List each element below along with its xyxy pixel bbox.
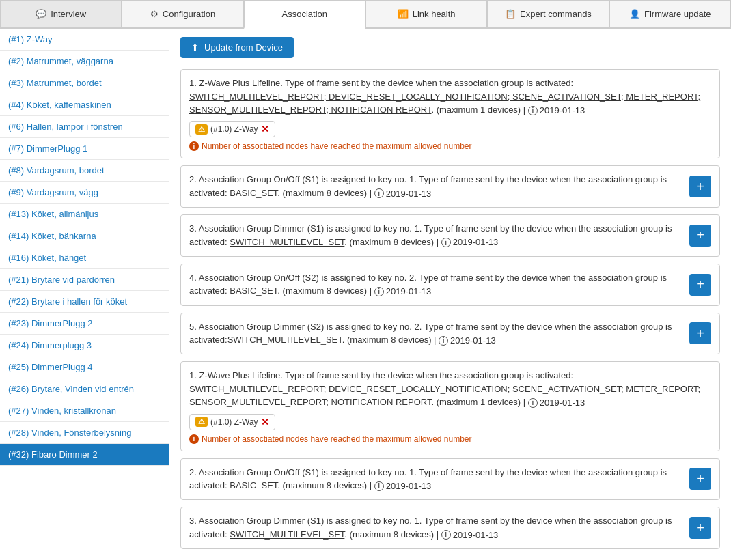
sidebar-item-28[interactable]: (#28) Vinden, Fönsterbelysning [0, 422, 169, 444]
tab-association[interactable]: Association [244, 0, 366, 29]
assoc-group-s2-1-header: 1. Z-Wave Plus Lifeline. Type of frame s… [189, 369, 711, 409]
warning-badge: ⚠ [195, 124, 208, 135]
info-icon-3: i [441, 238, 451, 247]
sidebar-item-14[interactable]: (#14) Köket, bänkarna [0, 225, 169, 247]
warning-circle-icon-s2: i [189, 434, 199, 444]
tab-bar: 💬 Interview ⚙ Configuration Association … [0, 0, 731, 29]
assoc-group-s2-2-header: 2. Association Group On/Off (S1) is assi… [189, 466, 711, 493]
assoc-group-4-header: 4. Association Group On/Off (S2) is assi… [189, 271, 711, 298]
assoc-group-s2-2: 2. Association Group On/Off (S1) is assi… [180, 458, 720, 501]
assoc-group-3-text: 3. Association Group Dimmer (S1) is assi… [189, 222, 681, 249]
node-tag-container: ⚠ (#1.0) Z-Way ✕ [189, 117, 711, 137]
link-health-icon: 📶 [398, 9, 409, 19]
node-label-s2: (#1.0) Z-Way [210, 417, 258, 427]
info-icon-2: i [374, 188, 384, 198]
assoc-group-3-header: 3. Association Group Dimmer (S1) is assi… [189, 222, 711, 249]
upload-icon: ⬆ [191, 42, 199, 53]
sidebar-item-6[interactable]: (#6) Hallen, lampor i fönstren [0, 116, 169, 138]
info-icon-4: i [374, 287, 384, 296]
sidebar-item-9[interactable]: (#9) Vardagsrum, vägg [0, 182, 169, 204]
tab-configuration[interactable]: ⚙ Configuration [122, 0, 243, 27]
sidebar-item-22[interactable]: (#22) Brytare i hallen för köket [0, 291, 169, 313]
info-icon-s2-3: i [441, 530, 451, 540]
assoc-group-2: 2. Association Group On/Off (S1) is assi… [180, 165, 720, 208]
assoc-group-2-header: 2. Association Group On/Off (S1) is assi… [189, 173, 711, 200]
assoc-group-s2-3-text: 3. Association Group Dimmer (S1) is assi… [189, 514, 681, 542]
sidebar-item-25[interactable]: (#25) DimmerPlugg 4 [0, 356, 169, 378]
content-area: ⬆ Update from Device 1. Z-Wave Plus Life… [169, 29, 731, 555]
add-node-group-2-button[interactable]: + [689, 176, 711, 197]
node-label: (#1.0) Z-Way [210, 124, 258, 134]
warning-badge-s2: ⚠ [195, 417, 208, 427]
sidebar-item-23[interactable]: (#23) DimmerPlugg 2 [0, 313, 169, 335]
add-node-group-3-button[interactable]: + [689, 225, 711, 247]
assoc-group-s2-1-text: 1. Z-Wave Plus Lifeline. Type of frame s… [189, 369, 711, 409]
sidebar-item-1[interactable]: (#1) Z-Way [0, 29, 169, 51]
expert-commands-icon: 📋 [505, 9, 516, 19]
main-layout: (#1) Z-Way (#2) Matrummet, väggarna (#3)… [0, 29, 731, 555]
add-node-s2-group-2-button[interactable]: + [689, 468, 711, 490]
assoc-group-3: 3. Association Group Dimmer (S1) is assi… [180, 214, 720, 257]
sidebar-item-26[interactable]: (#26) Brytare, Vinden vid entrén [0, 378, 169, 400]
firmware-icon: 👤 [629, 9, 640, 19]
sidebar-item-24[interactable]: (#24) Dimmerplugg 3 [0, 335, 169, 356]
assoc-group-5-text: 5. Association Group Dimmer (S2) is assi… [189, 320, 681, 348]
sidebar-item-8[interactable]: (#8) Vardagsrum, bordet [0, 160, 169, 182]
assoc-group-1-header: 1. Z-Wave Plus Lifeline. Type of frame s… [189, 76, 711, 117]
add-node-group-4-button[interactable]: + [689, 274, 711, 296]
tab-expert-commands[interactable]: 📋 Expert commands [487, 0, 609, 27]
assoc-group-s2-2-text: 2. Association Group On/Off (S1) is assi… [189, 466, 681, 493]
assoc-group-2-text: 2. Association Group On/Off (S1) is assi… [189, 173, 681, 200]
assoc-group-5: 5. Association Group Dimmer (S2) is assi… [180, 313, 720, 355]
sidebar-item-2[interactable]: (#2) Matrummet, väggarna [0, 51, 169, 72]
sidebar-item-3[interactable]: (#3) Matrummet, bordet [0, 72, 169, 94]
max-nodes-warning-s2: i Number of assoctiated nodes have reach… [189, 434, 711, 444]
device-sidebar: (#1) Z-Way (#2) Matrummet, väggarna (#3)… [0, 29, 169, 555]
assoc-group-5-header: 5. Association Group Dimmer (S2) is assi… [189, 320, 711, 348]
app-container: 💬 Interview ⚙ Configuration Association … [0, 0, 731, 555]
assoc-group-4-text: 4. Association Group On/Off (S2) is assi… [189, 271, 681, 298]
update-from-device-button[interactable]: ⬆ Update from Device [180, 37, 294, 58]
sidebar-item-27[interactable]: (#27) Vinden, kristallkronan [0, 400, 169, 422]
info-icon-s2-1: i [528, 398, 538, 408]
assoc-group-1-text: 1. Z-Wave Plus Lifeline. Type of frame s… [189, 76, 711, 117]
assoc-group-s2-1: 1. Z-Wave Plus Lifeline. Type of frame s… [180, 361, 720, 451]
add-node-s2-group-3-button[interactable]: + [689, 517, 711, 539]
info-icon-5: i [439, 336, 448, 346]
interview-icon: 💬 [36, 9, 46, 19]
max-nodes-warning: i Number of assoctiated nodes have reach… [189, 141, 711, 151]
remove-node-s2-button[interactable]: ✕ [261, 417, 269, 428]
node-tag-1: ⚠ (#1.0) Z-Way ✕ [189, 121, 275, 137]
warning-circle-icon: i [189, 141, 199, 151]
assoc-group-4: 4. Association Group On/Off (S2) is assi… [180, 264, 720, 306]
sidebar-item-7[interactable]: (#7) DimmerPlugg 1 [0, 138, 169, 160]
sidebar-item-13[interactable]: (#13) Köket, allmänljus [0, 204, 169, 225]
node-tag-container-s2: ⚠ (#1.0) Z-Way ✕ [189, 410, 711, 430]
info-icon-s2-2: i [374, 481, 384, 491]
tab-firmware-update[interactable]: 👤 Firmware update [609, 0, 731, 27]
sidebar-item-16[interactable]: (#16) Köket, hänget [0, 247, 169, 269]
sidebar-item-21[interactable]: (#21) Brytare vid pardörren [0, 269, 169, 291]
configuration-icon: ⚙ [150, 9, 158, 19]
add-node-group-5-button[interactable]: + [689, 322, 711, 344]
remove-node-button[interactable]: ✕ [261, 124, 269, 135]
tab-link-health[interactable]: 📶 Link health [366, 0, 487, 27]
assoc-group-s2-3-header: 3. Association Group Dimmer (S1) is assi… [189, 514, 711, 542]
info-icon: i [528, 106, 538, 115]
assoc-group-s2-3: 3. Association Group Dimmer (S1) is assi… [180, 507, 720, 549]
sidebar-item-4[interactable]: (#4) Köket, kaffemaskinen [0, 94, 169, 116]
sidebar-item-32[interactable]: (#32) Fibaro Dimmer 2 [0, 444, 169, 466]
node-tag-s2-1: ⚠ (#1.0) Z-Way ✕ [189, 414, 275, 430]
assoc-group-1: 1. Z-Wave Plus Lifeline. Type of frame s… [180, 69, 720, 158]
tab-interview[interactable]: 💬 Interview [0, 0, 122, 27]
